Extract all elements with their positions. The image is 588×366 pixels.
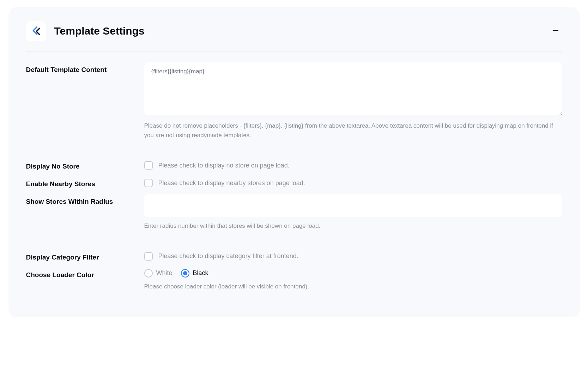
control-default-template-content: Please do not remove placeholders - {fil… [144, 62, 562, 140]
control-display-no-store: Please check to display no store on page… [144, 159, 562, 170]
control-enable-nearby-stores: Please check to display nearby stores on… [144, 177, 562, 187]
control-show-stores-within-radius: Enter radius number within that stores w… [144, 194, 562, 231]
app-logo-icon [26, 21, 46, 41]
radio-row-loader-color: White Black [144, 268, 562, 277]
panel-title: Template Settings [54, 25, 145, 37]
show-stores-within-radius-input[interactable] [144, 194, 562, 217]
label-choose-loader-color: Choose Loader Color [26, 268, 144, 279]
panel-header: Template Settings [26, 21, 562, 52]
row-show-stores-within-radius: Show Stores Within Radius Enter radius n… [26, 194, 562, 231]
loader-color-black-option[interactable]: Black [181, 269, 208, 277]
loader-color-white-radio[interactable] [144, 269, 153, 277]
panel-header-left: Template Settings [26, 21, 145, 41]
row-display-no-store: Display No Store Please check to display… [26, 159, 562, 170]
checkbox-row-display-category-filter: Please check to display category filter … [144, 250, 562, 261]
label-default-template-content: Default Template Content [26, 62, 144, 74]
display-no-store-checkbox-label: Please check to display no store on page… [158, 162, 290, 169]
loader-color-white-label: White [156, 269, 172, 277]
label-display-category-filter: Display Category Filter [26, 250, 144, 261]
row-display-category-filter: Display Category Filter Please check to … [26, 250, 562, 261]
label-show-stores-within-radius: Show Stores Within Radius [26, 194, 144, 206]
helper-default-template-content: Please do not remove placeholders - {fil… [144, 121, 562, 140]
helper-show-stores-within-radius: Enter radius number within that stores w… [144, 221, 562, 231]
template-settings-panel: Template Settings Default Template Conte… [8, 7, 580, 317]
default-template-content-textarea[interactable] [144, 62, 562, 115]
row-enable-nearby-stores: Enable Nearby Stores Please check to dis… [26, 177, 562, 188]
loader-color-white-option[interactable]: White [144, 269, 172, 277]
display-category-filter-checkbox[interactable] [144, 252, 153, 261]
loader-color-black-label: Black [193, 269, 208, 277]
control-choose-loader-color: White Black Please choose loader color (… [144, 268, 562, 291]
label-enable-nearby-stores: Enable Nearby Stores [26, 177, 144, 188]
label-display-no-store: Display No Store [26, 159, 144, 170]
row-default-template-content: Default Template Content Please do not r… [26, 62, 562, 140]
helper-choose-loader-color: Please choose loader color (loader will … [144, 282, 562, 291]
display-category-filter-checkbox-label: Please check to display category filter … [158, 252, 298, 260]
row-choose-loader-color: Choose Loader Color White Black Please c… [26, 268, 562, 291]
checkbox-row-display-no-store: Please check to display no store on page… [144, 159, 562, 170]
loader-color-black-radio[interactable] [181, 269, 189, 277]
enable-nearby-stores-checkbox-label: Please check to display nearby stores on… [158, 179, 305, 187]
display-no-store-checkbox[interactable] [144, 161, 153, 170]
enable-nearby-stores-checkbox[interactable] [144, 179, 153, 187]
collapse-button[interactable] [549, 26, 562, 36]
checkbox-row-enable-nearby-stores: Please check to display nearby stores on… [144, 177, 562, 187]
control-display-category-filter: Please check to display category filter … [144, 250, 562, 261]
